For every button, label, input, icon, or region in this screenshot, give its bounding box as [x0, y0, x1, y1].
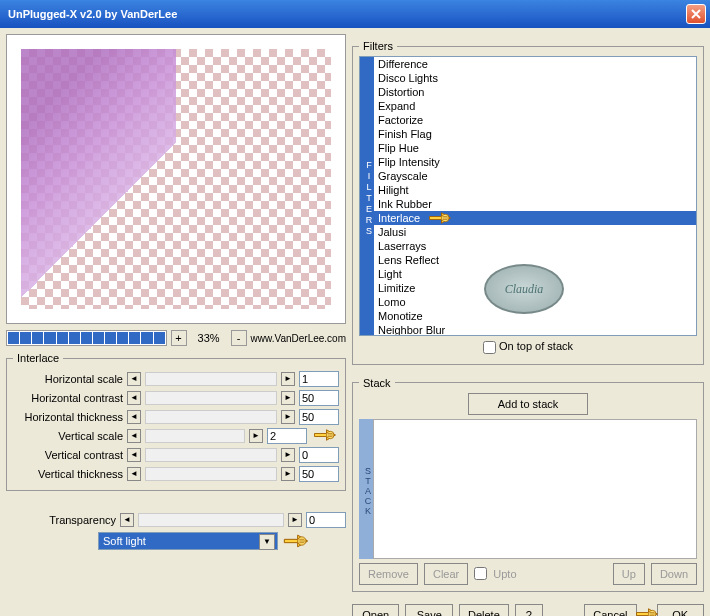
scroll-left-icon[interactable]: ◄	[127, 372, 141, 386]
scroll-left-icon[interactable]: ◄	[127, 467, 141, 481]
filter-item[interactable]: Difference	[374, 57, 696, 71]
website-link[interactable]: www.VanDerLee.com	[251, 333, 346, 344]
scroll-left-icon[interactable]: ◄	[127, 391, 141, 405]
filter-item[interactable]: Neighbor Blur	[374, 323, 696, 335]
filter-item[interactable]: Lens Reflect	[374, 253, 696, 267]
ontop-label: On top of stack	[499, 340, 573, 352]
filter-item[interactable]: Flip Hue	[374, 141, 696, 155]
param-label: Vertical thickness	[13, 468, 123, 480]
stack-legend: Stack	[359, 377, 395, 389]
open-button[interactable]: Open	[352, 604, 399, 616]
interlace-group: Interlace Horizontal scale◄►Horizontal c…	[6, 352, 346, 491]
param-slider[interactable]	[145, 372, 277, 386]
param-slider[interactable]	[145, 410, 277, 424]
filters-sidebar-label: FILTERS	[360, 57, 374, 335]
clear-button[interactable]: Clear	[424, 563, 468, 585]
remove-button[interactable]: Remove	[359, 563, 418, 585]
zoom-out-button[interactable]: -	[231, 330, 247, 346]
help-button[interactable]: ?	[515, 604, 543, 616]
close-button[interactable]	[686, 4, 706, 24]
pointer-hand-icon	[635, 605, 655, 616]
param-slider[interactable]	[145, 391, 277, 405]
filter-item[interactable]: Light	[374, 267, 696, 281]
pointer-hand-icon	[426, 209, 454, 229]
param-label: Horizontal thickness	[13, 411, 123, 423]
param-input[interactable]	[299, 447, 339, 463]
add-to-stack-button[interactable]: Add to stack	[468, 393, 588, 415]
filter-item[interactable]: Grayscale	[374, 169, 696, 183]
zoom-percent: 33%	[191, 332, 227, 344]
filter-item[interactable]: Ink Rubber	[374, 197, 696, 211]
param-label: Horizontal scale	[13, 373, 123, 385]
delete-button[interactable]: Delete	[459, 604, 509, 616]
filter-item[interactable]: Monotize	[374, 309, 696, 323]
down-button[interactable]: Down	[651, 563, 697, 585]
preview-panel	[6, 34, 346, 324]
progress-bar	[6, 330, 167, 346]
transparency-slider[interactable]	[138, 513, 284, 527]
filter-item[interactable]: Factorize	[374, 113, 696, 127]
close-icon	[691, 9, 701, 19]
blendmode-value: Soft light	[103, 535, 146, 547]
pointer-hand-icon	[311, 426, 339, 446]
param-input[interactable]	[299, 390, 339, 406]
filter-item[interactable]: Disco Lights	[374, 71, 696, 85]
scroll-right-icon[interactable]: ►	[281, 372, 295, 386]
filter-item[interactable]: Lomo	[374, 295, 696, 309]
scroll-right-icon[interactable]: ►	[288, 513, 302, 527]
stack-list[interactable]	[373, 419, 697, 559]
blendmode-dropdown[interactable]: Soft light	[98, 532, 278, 550]
param-input[interactable]	[299, 409, 339, 425]
filter-item[interactable]: Expand	[374, 99, 696, 113]
param-label: Horizontal contrast	[13, 392, 123, 404]
scroll-right-icon[interactable]: ►	[281, 448, 295, 462]
scroll-left-icon[interactable]: ◄	[120, 513, 134, 527]
filter-item[interactable]: Finish Flag	[374, 127, 696, 141]
upto-label: Upto	[493, 568, 516, 580]
filter-item[interactable]: Interlace	[374, 211, 696, 225]
zoom-in-button[interactable]: +	[171, 330, 187, 346]
param-label: Vertical scale	[13, 430, 123, 442]
up-button[interactable]: Up	[613, 563, 645, 585]
scroll-right-icon[interactable]: ►	[281, 410, 295, 424]
filter-item[interactable]: Jalusi	[374, 225, 696, 239]
stack-sidebar-label: STACK	[359, 419, 373, 559]
cancel-button[interactable]: Cancel	[584, 604, 636, 616]
scroll-left-icon[interactable]: ◄	[127, 429, 141, 443]
param-label: Vertical contrast	[13, 449, 123, 461]
filter-item[interactable]: Distortion	[374, 85, 696, 99]
scroll-right-icon[interactable]: ►	[281, 391, 295, 405]
stack-group: Stack Add to stack STACK Remove Clear Up…	[352, 377, 704, 592]
scroll-right-icon[interactable]: ►	[249, 429, 263, 443]
filter-item[interactable]: Limitize	[374, 281, 696, 295]
transparency-label: Transparency	[6, 514, 116, 526]
param-input[interactable]	[299, 466, 339, 482]
transparency-input[interactable]	[306, 512, 346, 528]
param-input[interactable]	[267, 428, 307, 444]
scroll-left-icon[interactable]: ◄	[127, 448, 141, 462]
param-input[interactable]	[299, 371, 339, 387]
param-slider[interactable]	[145, 429, 245, 443]
scroll-right-icon[interactable]: ►	[281, 467, 295, 481]
filters-group: Filters FILTERS DifferenceDisco LightsDi…	[352, 40, 704, 365]
ok-button[interactable]: OK	[657, 604, 704, 616]
filter-item[interactable]: Hilight	[374, 183, 696, 197]
interlace-legend: Interlace	[13, 352, 63, 364]
scroll-left-icon[interactable]: ◄	[127, 410, 141, 424]
ontop-checkbox[interactable]	[483, 341, 496, 354]
param-slider[interactable]	[145, 448, 277, 462]
save-button[interactable]: Save	[405, 604, 452, 616]
param-slider[interactable]	[145, 467, 277, 481]
preview-image[interactable]	[21, 49, 331, 309]
filters-legend: Filters	[359, 40, 397, 52]
filter-item[interactable]: Laserrays	[374, 239, 696, 253]
pointer-hand-icon	[282, 531, 310, 551]
filter-item[interactable]: Flip Intensity	[374, 155, 696, 169]
filter-list[interactable]: DifferenceDisco LightsDistortionExpandFa…	[374, 57, 696, 335]
window-title: UnPlugged-X v2.0 by VanDerLee	[4, 8, 686, 20]
upto-checkbox[interactable]	[474, 567, 487, 580]
